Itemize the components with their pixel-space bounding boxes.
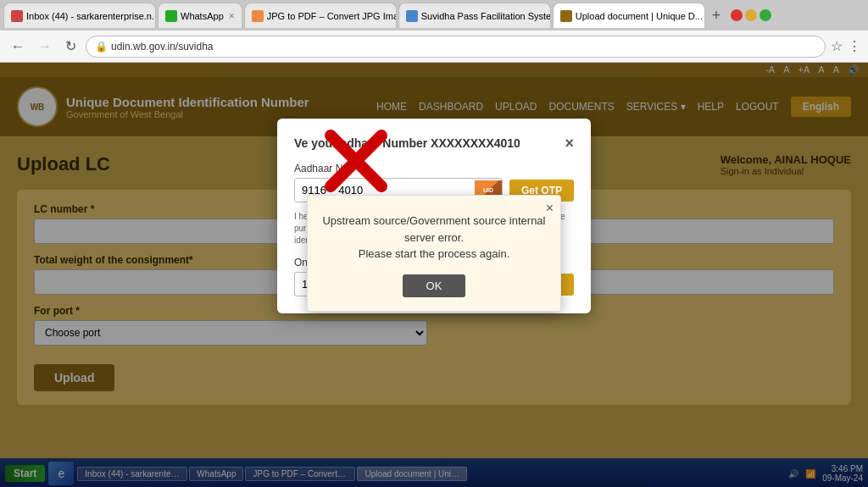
aadhaar-label: Aadhaar N [294,163,574,174]
tab-close-whatsapp[interactable]: × [229,10,235,22]
error-message: Upstream source/Government source intern… [321,213,547,263]
ok-button[interactable]: OK [403,274,466,297]
new-tab-button[interactable]: + [707,7,726,25]
ssl-lock-icon: 🔒 [95,41,108,53]
tab-label-upload: Upload document | Unique D... [576,11,703,21]
tab-jpg2pdf[interactable]: JPG to PDF – Convert JPG Ima... × [244,3,397,28]
tab-whatsapp[interactable]: WhatsApp × [158,3,242,28]
error-dialog: × Upstream source/Government source inte… [307,195,561,312]
error-line2: Please start the process again. [359,247,510,260]
modal-header: Ve your adhaar Number XXXXXXXX4010 × [294,136,574,151]
window-close-button[interactable] [731,9,743,21]
tab-favicon-upload [560,10,572,22]
settings-icon[interactable]: ⋮ [848,38,861,54]
tab-upload[interactable]: Upload document | Unique D... × [553,3,705,28]
modal-close-button[interactable]: × [565,136,574,151]
tab-favicon-suvidha [406,10,418,22]
tab-suvidha[interactable]: Suvidha Pass Facilitation Syste... × [398,3,551,28]
tab-label-jpg2pdf: JPG to PDF – Convert JPG Ima... [267,11,397,21]
url-text: udin.wb.gov.in/suvidha [111,41,214,53]
back-button[interactable]: ← [7,37,29,56]
modal-title: Ve your adhaar Number XXXXXXXX4010 [294,136,520,150]
tab-favicon-inbox [11,10,23,22]
error-dialog-close-button[interactable]: × [546,201,554,216]
reload-button[interactable]: ↻ [61,36,81,56]
tab-favicon-whatsapp [165,10,177,22]
address-bar[interactable]: 🔒 udin.wb.gov.in/suvidha [86,36,826,58]
error-line1: Upstream source/Government source intern… [322,214,545,244]
bookmark-icon[interactable]: ☆ [831,38,843,54]
window-minimize-button[interactable] [745,9,757,21]
tab-label-whatsapp: WhatsApp [181,11,224,21]
tab-label-suvidha: Suvidha Pass Facilitation Syste... [421,11,551,21]
tab-label-inbox: Inbox (44) - sarkarenterprise.n... [26,11,156,21]
window-maximize-button[interactable] [760,9,771,21]
forward-button[interactable]: → [34,37,56,56]
tab-inbox[interactable]: Inbox (44) - sarkarenterprise.n... × [3,3,156,28]
tab-favicon-jpg2pdf [252,10,264,22]
